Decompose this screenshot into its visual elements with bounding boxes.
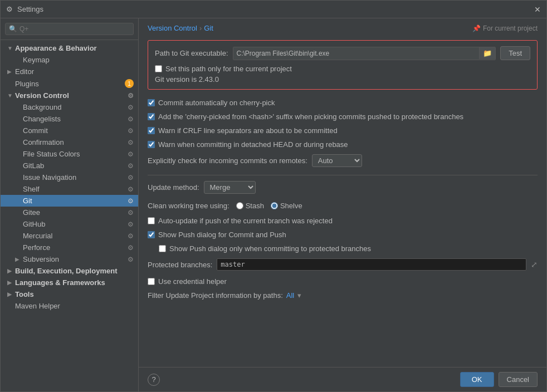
sidebar-item-label: Version Control [15, 91, 125, 100]
incoming-commits-select[interactable]: Auto Always Never [312, 154, 362, 167]
stash-radio[interactable] [236, 202, 243, 209]
settings-window: ⚙ Settings ✕ 🔍 ▼ Appearance & Behavior [0, 0, 547, 392]
gear-icon: ⚙ [128, 104, 134, 111]
filter-update-link[interactable]: All [286, 291, 294, 300]
sidebar-item-appearance[interactable]: ▼ Appearance & Behavior [1, 42, 138, 54]
sidebar-item-perforce[interactable]: Perforce ⚙ [1, 242, 138, 253]
crlf-checkbox[interactable] [148, 127, 155, 134]
breadcrumb-version-control[interactable]: Version Control [148, 24, 197, 32]
sidebar-item-issue-navigation[interactable]: Issue Navigation ⚙ [1, 171, 138, 183]
sidebar-item-label: File Status Colors [23, 150, 125, 158]
sidebar-item-build[interactable]: ▶ Build, Execution, Deployment [1, 265, 138, 277]
sidebar-item-label: Mercurial [23, 232, 125, 240]
protected-branches-input[interactable] [217, 258, 526, 271]
sidebar-item-label: Subversion [23, 255, 125, 263]
set-path-only-checkbox[interactable] [155, 65, 162, 72]
credential-helper-checkbox[interactable] [148, 278, 155, 285]
show-push-dialog-label: Show Push dialog for Commit and Push [158, 231, 286, 239]
panel-content: Path to Git executable: 📁 Test Set this … [139, 36, 546, 367]
sidebar-item-confirmation[interactable]: Confirmation ⚙ [1, 136, 138, 148]
sidebar-item-maven-helper[interactable]: Maven Helper [1, 300, 138, 312]
sidebar-item-label: Tools [15, 290, 134, 298]
sidebar-item-languages[interactable]: ▶ Languages & Frameworks [1, 277, 138, 288]
help-button[interactable]: ? [148, 374, 160, 386]
cancel-button[interactable]: Cancel [499, 372, 538, 387]
sidebar-item-tools[interactable]: ▶ Tools [1, 288, 138, 300]
divider [148, 175, 538, 175]
help-label: ? [152, 375, 155, 384]
sidebar-item-version-control[interactable]: ▼ Version Control ⚙ [1, 90, 138, 101]
sidebar-item-commit[interactable]: Commit ⚙ [1, 125, 138, 136]
expand-arrow: ▶ [15, 256, 23, 262]
gear-icon: ⚙ [128, 209, 134, 217]
sidebar-item-changelists[interactable]: Changelists ⚙ [1, 113, 138, 125]
ok-button[interactable]: OK [460, 372, 494, 387]
filter-update-row: Filter Update Project information by pat… [148, 291, 538, 300]
show-push-dialog-checkbox[interactable] [148, 231, 155, 238]
detached-head-label: Warn when committing in detached HEAD or… [158, 140, 348, 149]
expand-protected-branches-icon[interactable]: ⤢ [531, 260, 538, 269]
search-box: 🔍 [1, 18, 138, 40]
close-button[interactable]: ✕ [533, 5, 542, 14]
sidebar-item-keymap[interactable]: Keymap [1, 54, 138, 66]
sidebar-item-label: GitHub [23, 220, 125, 228]
credential-helper-label: Use credential helper [158, 277, 227, 286]
gear-icon: ⚙ [128, 244, 134, 252]
crlf-label: Warn if CRLF line separators are about t… [158, 126, 338, 135]
sidebar-item-label: Plugins [15, 80, 123, 88]
cherry-suffix-checkbox[interactable] [148, 113, 155, 120]
search-wrap: 🔍 [5, 23, 134, 35]
shelve-option: Shelve [271, 202, 302, 210]
folder-browse-button[interactable]: 📁 [479, 47, 495, 59]
protected-branches-row: Protected branches: ⤢ [148, 258, 538, 271]
sidebar-item-git[interactable]: Git ⚙ [1, 195, 138, 207]
sidebar-tree: ▼ Appearance & Behavior Keymap ▶ Editor … [1, 40, 138, 391]
expand-arrow: ▶ [7, 291, 15, 297]
sidebar-item-label: Editor [15, 67, 134, 76]
cherry-pick-checkbox[interactable] [148, 99, 155, 106]
cherry-suffix-label: Add the 'cherry-picked from <hash>' suff… [158, 112, 463, 121]
sidebar-item-plugins[interactable]: Plugins 1 [1, 77, 138, 90]
expand-arrow: ▶ [7, 68, 15, 75]
sidebar-item-gitlab[interactable]: GitLab ⚙ [1, 160, 138, 171]
sidebar-item-background[interactable]: Background ⚙ [1, 101, 138, 113]
gear-icon: ⚙ [128, 115, 134, 123]
stash-label: Stash [246, 202, 264, 210]
search-input[interactable] [19, 25, 130, 33]
path-label: Path to Git executable: [155, 49, 228, 57]
auto-update-checkbox[interactable] [148, 217, 155, 224]
window-controls: ✕ [533, 5, 542, 14]
expand-arrow: ▶ [7, 268, 15, 274]
sidebar-item-shelf[interactable]: Shelf ⚙ [1, 183, 138, 195]
test-button[interactable]: Test [500, 46, 530, 60]
sidebar-item-editor[interactable]: ▶ Editor [1, 66, 138, 77]
shelve-radio[interactable] [271, 202, 278, 209]
show-push-protected-checkbox[interactable] [159, 245, 166, 252]
protected-branches-label: Protected branches: [148, 261, 212, 269]
sidebar-item-mercurial[interactable]: Mercurial ⚙ [1, 230, 138, 242]
clean-working-tree-label: Clean working tree using: [148, 202, 229, 210]
sidebar-item-file-status-colors[interactable]: File Status Colors ⚙ [1, 148, 138, 160]
detached-head-checkbox[interactable] [148, 141, 155, 148]
sidebar-item-gitee[interactable]: Gitee ⚙ [1, 207, 138, 218]
window-title: Settings [17, 5, 533, 13]
update-method-row: Update method: Merge Rebase [148, 181, 538, 194]
gear-icon: ⚙ [128, 162, 134, 170]
pin-icon: 📌 [472, 24, 481, 32]
update-method-select[interactable]: Merge Rebase [204, 181, 256, 194]
show-push-dialog-row: Show Push dialog for Commit and Push [148, 231, 538, 239]
main-content: 🔍 ▼ Appearance & Behavior Keymap ▶ Edito… [1, 18, 546, 391]
sidebar-item-subversion[interactable]: ▶ Subversion ⚙ [1, 253, 138, 265]
cherry-suffix-row: Add the 'cherry-picked from <hash>' suff… [148, 112, 538, 121]
breadcrumb-git[interactable]: Git [204, 24, 213, 32]
search-icon: 🔍 [9, 25, 17, 33]
detached-head-row: Warn when committing in detached HEAD or… [148, 140, 538, 149]
sidebar-item-label: Shelf [23, 185, 125, 193]
gear-icon: ⚙ [128, 232, 134, 240]
gear-icon: ⚙ [128, 185, 134, 193]
filter-update-dropdown-icon: ▾ [297, 291, 301, 300]
sidebar-item-github[interactable]: GitHub ⚙ [1, 218, 138, 230]
bottom-bar: ? OK Cancel [139, 367, 546, 391]
path-input[interactable] [233, 47, 480, 60]
expand-arrow: ▶ [7, 280, 15, 286]
